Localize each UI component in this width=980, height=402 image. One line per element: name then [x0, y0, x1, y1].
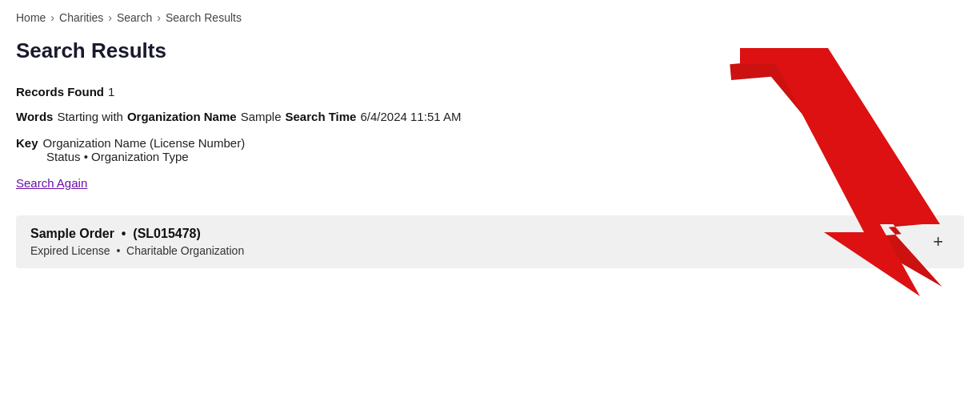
- search-time-label: Search Time: [286, 106, 357, 129]
- key-value: Organization Name (License Number): [43, 136, 246, 150]
- org-name-label: Organization Name: [127, 106, 237, 129]
- org-name-value: Sample: [241, 106, 282, 129]
- result-status: Expired License: [30, 244, 110, 257]
- key-row: Key Organization Name (License Number): [16, 136, 964, 150]
- breadcrumb-home[interactable]: Home: [16, 11, 46, 24]
- records-label: Records Found: [16, 81, 104, 104]
- result-org-status: Expired License • Charitable Organizatio…: [30, 244, 244, 257]
- words-label: Words: [16, 106, 53, 129]
- records-value: 1: [108, 81, 114, 104]
- key-section: Key Organization Name (License Number) S…: [16, 136, 964, 163]
- result-org-name: Sample Order • (SL015478): [30, 227, 244, 241]
- result-expand-icon[interactable]: +: [926, 228, 950, 255]
- search-again-link[interactable]: Search Again: [16, 176, 87, 190]
- result-type: Charitable Organization: [126, 244, 244, 257]
- result-license: (SL015478): [133, 227, 201, 240]
- result-card[interactable]: Sample Order • (SL015478) Expired Licens…: [16, 215, 964, 268]
- breadcrumb: Home › Charities › Search › Search Resul…: [16, 11, 964, 24]
- key-sub: Status • Organization Type: [46, 150, 964, 163]
- result-card-content: Sample Order • (SL015478) Expired Licens…: [30, 227, 244, 257]
- breadcrumb-current: Search Results: [166, 11, 242, 24]
- search-time-value: 6/4/2024 11:51 AM: [360, 106, 461, 129]
- result-org-name-text: Sample Order: [30, 227, 114, 240]
- breadcrumb-search[interactable]: Search: [117, 11, 152, 24]
- breadcrumb-charities[interactable]: Charities: [59, 11, 103, 24]
- breadcrumb-sep-1: ›: [50, 11, 54, 24]
- key-label: Key: [16, 136, 38, 150]
- breadcrumb-sep-2: ›: [108, 11, 112, 24]
- records-found-row: Records Found 1: [16, 81, 964, 104]
- breadcrumb-sep-3: ›: [157, 11, 161, 24]
- words-starting: Starting with: [57, 106, 123, 129]
- words-row: Words Starting with Organization Name Sa…: [16, 106, 964, 129]
- page-title: Search Results: [16, 38, 964, 63]
- results-meta: Records Found 1 Words Starting with Orga…: [16, 81, 964, 128]
